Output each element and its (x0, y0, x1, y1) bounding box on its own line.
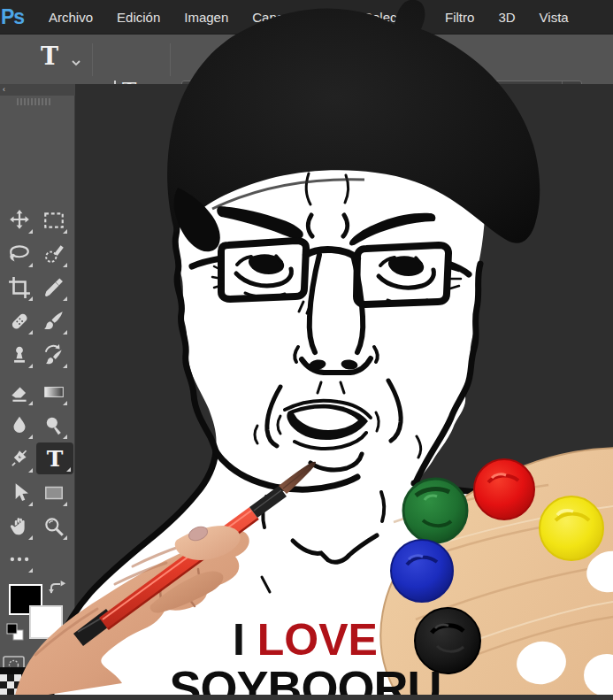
dodge-tool[interactable] (39, 411, 69, 441)
canvas-workspace[interactable] (75, 84, 613, 700)
chevron-down-icon[interactable] (562, 81, 581, 84)
clone-stamp-tool[interactable] (4, 340, 34, 370)
menu-item-vista[interactable]: Vista (540, 10, 569, 25)
font-size-select[interactable]: 12 pt (493, 81, 582, 84)
hand-icon (8, 515, 31, 538)
caption-word-love: LOVE (257, 615, 378, 665)
gradient-tool[interactable] (39, 377, 69, 407)
menu-item-capa[interactable]: Capa (252, 10, 284, 25)
menu-item-edicion[interactable]: Edición (117, 10, 160, 25)
menu-item-seleccion[interactable]: Selección (364, 10, 421, 25)
crop-tool[interactable] (4, 273, 34, 303)
tool-options-bar: T T Myriad P TT 12 pt aa (0, 34, 613, 84)
brush-tool[interactable] (39, 306, 69, 336)
eyedropper-icon (42, 276, 65, 299)
eraser-icon (8, 381, 31, 404)
path-selection-tool[interactable] (4, 478, 34, 508)
type-tool-preset-icon[interactable]: T (41, 42, 58, 70)
spot-healing-tool[interactable] (4, 306, 34, 336)
menu-item-filtro[interactable]: Filtro (445, 10, 474, 25)
rectangle-shape-tool[interactable] (39, 478, 69, 508)
history-brush-icon (42, 343, 65, 366)
photoshop-logo: Ps (1, 5, 34, 29)
photoshop-window: Ps Archivo Edición Imagen Capa Texto Sel… (0, 0, 613, 700)
quick-selection-tool[interactable] (39, 239, 69, 269)
background-color-swatch[interactable] (29, 605, 63, 639)
panel-grip[interactable] (17, 98, 50, 105)
flyout-triangle (66, 467, 71, 472)
anti-alias-icon[interactable]: aa (603, 77, 613, 84)
svg-text:T: T (122, 78, 137, 84)
default-colors-icon[interactable] (6, 623, 26, 642)
marquee-icon (42, 209, 65, 232)
collapse-panel-icon[interactable]: ‹ (0, 84, 75, 96)
pen-nib-icon (8, 448, 31, 471)
type-tool-letter: T (47, 446, 64, 472)
pen-tool[interactable] (4, 444, 34, 474)
menu-bar: Ps Archivo Edición Imagen Capa Texto Sel… (0, 0, 613, 34)
eraser-tool[interactable] (4, 377, 34, 407)
lasso-tool[interactable] (4, 239, 34, 269)
more-tools[interactable] (4, 544, 34, 574)
window-bottom-edge (0, 695, 613, 700)
magnifier-icon (42, 515, 65, 538)
caption-word-i: I (233, 615, 245, 665)
history-brush-tool[interactable] (39, 340, 69, 370)
font-family-input[interactable]: Myriad P (181, 81, 440, 84)
lasso-icon (8, 242, 31, 265)
menu-item-3d[interactable]: 3D (498, 10, 515, 25)
zoom-tool[interactable] (39, 512, 69, 542)
crop-icon (8, 276, 31, 299)
menu-item-texto[interactable]: Texto (308, 10, 340, 25)
water-drop-icon (8, 414, 31, 437)
arrow-cursor-icon (8, 481, 31, 504)
hand-tool[interactable] (4, 512, 34, 542)
rectangle-icon (42, 481, 65, 504)
eyedropper-tool[interactable] (39, 273, 69, 303)
rectangular-marquee-tool[interactable] (39, 205, 69, 235)
separator (92, 43, 93, 76)
gradient-icon (42, 381, 65, 404)
dodge-icon (42, 414, 65, 437)
type-tool[interactable]: T (36, 442, 73, 474)
brush-icon (42, 310, 65, 333)
move-tool[interactable] (4, 205, 34, 235)
font-size-icon: TT (456, 76, 482, 84)
menu-item-imagen[interactable]: Imagen (184, 10, 228, 25)
menu-item-archivo[interactable]: Archivo (49, 10, 93, 25)
swap-colors-icon[interactable] (48, 581, 69, 600)
separator (170, 43, 171, 76)
ellipsis-icon (8, 548, 31, 571)
meme-caption-line1: I LOVE (115, 614, 495, 665)
blur-tool[interactable] (4, 411, 34, 441)
text-orientation-icon[interactable]: T (110, 77, 150, 84)
move-icon (8, 209, 31, 232)
stamp-icon (8, 343, 31, 366)
bandage-icon (8, 310, 31, 333)
chevron-down-icon[interactable] (71, 59, 81, 66)
tools-panel: ‹ (0, 84, 75, 671)
quick-selection-icon (42, 242, 65, 265)
